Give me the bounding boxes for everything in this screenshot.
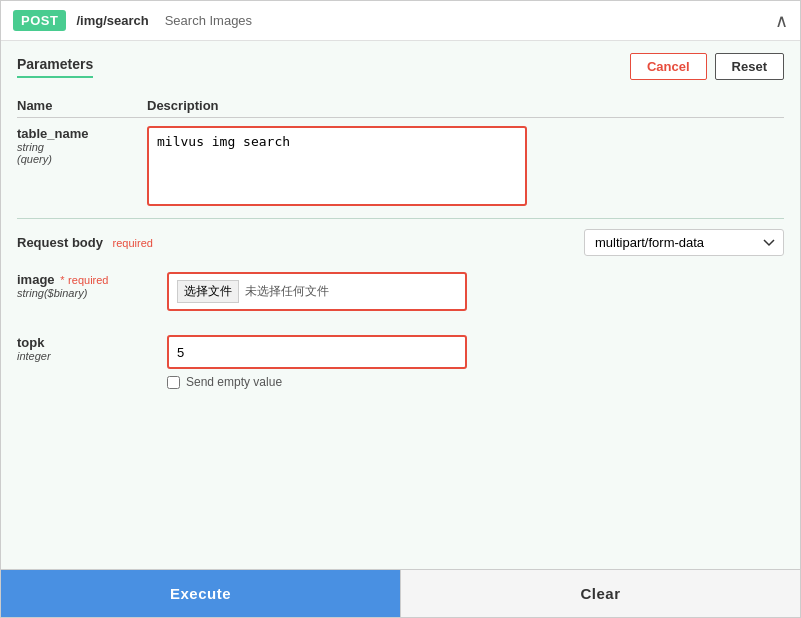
image-required-text: required: [68, 274, 108, 286]
request-body-header: Request body required multipart/form-dat…: [17, 229, 784, 256]
image-label-group: image * required: [17, 272, 147, 287]
collapse-button[interactable]: ∧: [775, 12, 788, 30]
param-type-label: string (query): [17, 141, 127, 165]
topk-param-name: topk: [17, 335, 147, 350]
choose-file-button[interactable]: 选择文件: [177, 280, 239, 303]
reset-button[interactable]: Reset: [715, 53, 784, 80]
api-panel: POST /img/search Search Images ∧ Paramet…: [0, 0, 801, 618]
topk-param-type: integer: [17, 350, 147, 362]
send-empty-label: Send empty value: [186, 375, 282, 389]
topk-input-col: Send empty value: [167, 335, 467, 389]
params-actions: Cancel Reset: [630, 53, 784, 80]
image-param-name: image: [17, 272, 55, 287]
method-badge: POST: [13, 10, 66, 31]
image-param-type: string($binary): [17, 287, 147, 299]
topk-name-col: topk integer: [17, 335, 147, 362]
image-required-star: *: [60, 274, 64, 286]
file-placeholder-text: 未选择任何文件: [245, 283, 329, 300]
send-empty-row: Send empty value: [167, 375, 467, 389]
param-name-label: table_name: [17, 126, 127, 141]
column-name-header: Name: [17, 98, 127, 113]
body-param-row-image: image * required string($binary) 选择文件 未选…: [17, 266, 784, 317]
params-title: Parameters: [17, 56, 93, 78]
param-row-table-name: table_name string (query) milvus img sea…: [17, 126, 784, 206]
footer-bar: Execute Clear: [1, 569, 800, 617]
param-input-col: milvus img search: [147, 126, 784, 206]
param-name-col: table_name string (query): [17, 126, 127, 165]
table-name-input[interactable]: milvus img search: [147, 126, 527, 206]
image-input-col: 选择文件 未选择任何文件: [167, 272, 467, 311]
send-empty-checkbox[interactable]: [167, 376, 180, 389]
table-headers: Name Description: [17, 90, 784, 118]
header-bar: POST /img/search Search Images ∧: [1, 1, 800, 41]
params-header: Parameters Cancel Reset: [17, 53, 784, 80]
request-body-label: Request body: [17, 235, 103, 250]
clear-button[interactable]: Clear: [400, 570, 800, 617]
content-type-select[interactable]: multipart/form-data application/json: [584, 229, 784, 256]
request-body-title-group: Request body required: [17, 235, 153, 250]
column-description-header: Description: [147, 98, 219, 113]
request-body-required: required: [113, 237, 153, 249]
topk-input[interactable]: [167, 335, 467, 369]
section-divider: [17, 218, 784, 219]
cancel-button[interactable]: Cancel: [630, 53, 707, 80]
image-name-col: image * required string($binary): [17, 272, 147, 299]
params-section: Parameters Cancel Reset Name Description…: [1, 41, 800, 569]
body-param-row-topk: topk integer Send empty value: [17, 329, 784, 395]
endpoint-path: /img/search: [76, 13, 148, 28]
file-input-wrapper: 选择文件 未选择任何文件: [167, 272, 467, 311]
execute-button[interactable]: Execute: [1, 570, 400, 617]
endpoint-description: Search Images: [165, 13, 252, 28]
